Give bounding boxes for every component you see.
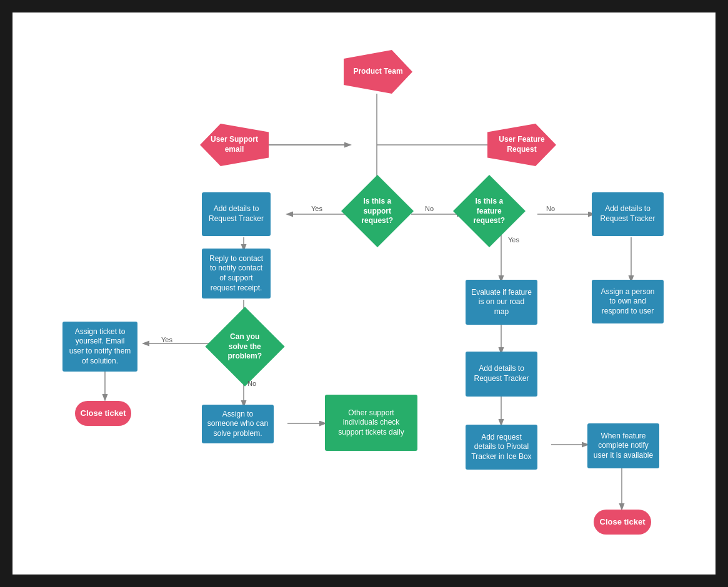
product-team-label: Product Team [353,67,402,77]
assign-person-node: Assign a person to own and respond to us… [592,280,664,323]
close-ticket-left-node: Close ticket [75,401,131,426]
user-support-email-label: User Support email [200,135,269,154]
yes-can-solve-label: Yes [161,336,172,343]
assign-ticket-node: Assign ticket to yourself. Email user to… [62,322,137,372]
no-far-right-label: No [546,205,555,212]
can-solve-label: Can you solve the problem? [217,329,273,365]
can-solve-diamond: Can you solve the problem? [205,307,284,386]
user-feature-request-label: User Feature Request [487,135,556,154]
reply-contact-label: Reply to contact to notify contact of su… [207,254,266,293]
add-details-rt-right-node: Add details to Request Tracker [592,192,664,236]
feature-request-label: Is this a feature request? [464,194,515,229]
close-ticket-left-label: Close ticket [81,408,126,419]
add-details-rt-mid-label: Add details to Request Tracker [471,364,532,383]
other-support-node: Other support individuals check support … [325,395,417,451]
yes-left-label: Yes [311,205,322,212]
evaluate-feature-node: Evaluate if feature is on our road map [466,280,537,325]
assign-person-label: Assign a person to own and respond to us… [597,287,659,317]
add-details-rt-right-label: Add details to Request Tracker [597,204,659,224]
close-ticket-right-node: Close ticket [594,510,651,535]
add-details-rt-left-node: Add details to Request Tracker [202,192,271,236]
evaluate-feature-label: Evaluate if feature is on our road map [471,288,532,317]
no-right-label: No [425,205,434,212]
user-support-email-node: User Support email [200,124,269,166]
add-details-rt-mid-node: Add details to Request Tracker [466,352,537,397]
when-feature-complete-label: When feature complete notify user it is … [592,432,654,461]
add-details-rt-left-label: Add details to Request Tracker [207,204,266,224]
close-ticket-right-label: Close ticket [600,517,646,528]
support-request-diamond: Is this a support request? [341,175,414,247]
add-request-pivotal-node: Add request details to Pivotal Tracker i… [466,425,537,470]
assign-ticket-label: Assign ticket to yourself. Email user to… [67,327,132,366]
assign-someone-node: Assign to someone who can solve problem. [202,405,274,443]
yes-down-label: Yes [508,236,519,244]
add-request-pivotal-label: Add request details to Pivotal Tracker i… [471,433,532,462]
no-can-solve-label: No [247,380,256,387]
when-feature-complete-node: When feature complete notify user it is … [587,423,659,468]
flowchart-canvas: Product Team User Support email User Fea… [12,12,716,575]
assign-someone-label: Assign to someone who can solve problem. [207,410,269,439]
other-support-label: Other support individuals check support … [330,408,412,438]
support-request-label: Is this a support request? [352,194,403,229]
user-feature-request-node: User Feature Request [487,124,556,166]
product-team-node: Product Team [344,50,412,94]
reply-contact-node: Reply to contact to notify contact of su… [202,249,271,298]
